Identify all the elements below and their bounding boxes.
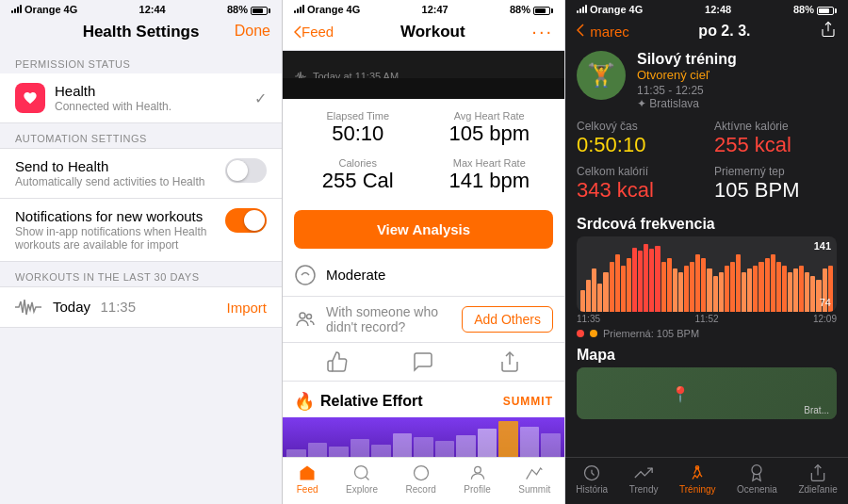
workout-icon: 🏋️ xyxy=(577,51,626,100)
back-button-2[interactable]: Feed xyxy=(294,24,334,40)
map-thumbnail[interactable]: 📍 Brat... xyxy=(577,367,837,419)
status-bar-1: Orange 4G 12:44 88% xyxy=(0,0,282,17)
flame-icon: 🔥 xyxy=(294,391,315,412)
map-pin-icon: 📍 xyxy=(671,384,690,402)
priem-tep-value: 105 BPM xyxy=(714,178,837,203)
notifications-toggle[interactable] xyxy=(225,208,267,233)
summit-icon xyxy=(525,463,544,482)
people-icon xyxy=(294,308,317,331)
time-2: 12:47 xyxy=(422,4,448,15)
nav-bar-1: Health Settings Done xyxy=(0,17,282,49)
carrier-1: Orange 4G xyxy=(11,4,77,15)
avg-hr-label: Priemerná: 105 BPM xyxy=(565,326,848,343)
effort-icon xyxy=(294,264,317,286)
celkom-kal-stat: Celkom kalórií 343 kcal xyxy=(577,165,699,203)
back-button-3[interactable]: marec xyxy=(577,24,629,40)
thumbs-up-icon[interactable] xyxy=(326,350,349,373)
nav-profile[interactable]: Profile xyxy=(464,463,490,495)
effort-row: Moderate xyxy=(283,254,564,297)
run-icon xyxy=(688,463,707,482)
workouts-row: Today 11:35 Import xyxy=(0,286,282,328)
share-button-3[interactable] xyxy=(820,21,837,41)
bottom-nav-2: Feed Explore Record Profile Summit xyxy=(283,457,564,504)
nav-zdielanie[interactable]: Zdieľanie xyxy=(798,463,837,495)
nav-title-1: Health Settings xyxy=(83,23,200,41)
celkovy-cas-stat: Celkový čas 0:50:10 xyxy=(577,120,699,157)
time-3: 12:48 xyxy=(705,4,731,15)
carrier-2: Orange 4G xyxy=(294,4,360,15)
view-analysis-button[interactable]: View Analysis xyxy=(294,210,553,249)
orange-dot-icon xyxy=(590,330,597,337)
svg-point-7 xyxy=(474,466,481,473)
nav-explore[interactable]: Explore xyxy=(346,463,378,495)
workout-date: Today xyxy=(53,299,90,315)
chevron-left-dark-icon xyxy=(577,24,584,37)
import-button[interactable]: Import xyxy=(226,300,267,316)
workout-time: 11:35 xyxy=(100,299,136,315)
nav-feed[interactable]: Feed xyxy=(297,463,318,495)
share-icon-3 xyxy=(820,21,837,38)
chart-label-3: 12:09 xyxy=(813,314,837,324)
send-to-health-toggle[interactable] xyxy=(225,158,267,183)
home-icon xyxy=(298,463,317,482)
signal-icon-1 xyxy=(11,4,22,13)
status-bar-3: Orange 4G 12:48 88% xyxy=(565,0,848,17)
svg-point-4 xyxy=(355,466,367,479)
share-icon[interactable] xyxy=(498,350,521,373)
nav-treningy[interactable]: Tréningy xyxy=(679,463,716,495)
relative-effort-section: 🔥 Relative Effort SUMMIT xyxy=(283,382,564,417)
health-permission-row: Health Connected with Health. ✓ xyxy=(0,73,282,123)
workout-goal: Otvorený cieľ xyxy=(637,68,837,82)
chart-time-labels: 11:35 11:52 12:09 xyxy=(565,312,848,326)
battery-icon-1 xyxy=(251,7,270,15)
workout-time-range: 11:35 - 12:25 xyxy=(637,84,837,97)
workout-type: Silový tréning xyxy=(637,51,837,68)
send-to-health-sub: Automatically send activities to Health xyxy=(15,175,218,188)
add-others-button[interactable]: Add Others xyxy=(462,306,553,333)
done-button[interactable]: Done xyxy=(235,23,270,40)
comment-icon[interactable] xyxy=(412,350,434,373)
nav-trendy[interactable]: Trendy xyxy=(629,463,659,495)
waveform-icon xyxy=(15,297,41,317)
chart-label-2: 11:52 xyxy=(694,314,718,324)
svg-point-2 xyxy=(307,314,312,318)
celkovy-cas-value: 0:50:10 xyxy=(577,133,699,157)
health-row-sub: Connected with Health. xyxy=(55,100,254,113)
activity-detail-panel: Orange 4G 12:48 88% marec po 2. 3. 🏋️ xyxy=(565,0,848,504)
trendy-icon xyxy=(634,463,653,482)
nav-historia[interactable]: História xyxy=(576,463,608,495)
nav-record[interactable]: Record xyxy=(406,463,436,495)
stats-grid: Elapsed Time 50:10 Avg Heart Rate 105 bp… xyxy=(283,99,564,204)
hr-bars xyxy=(577,236,837,312)
chart-label-1: 11:35 xyxy=(577,314,600,324)
battery-3: 88% xyxy=(793,4,837,15)
notif-title: Notifications for new workouts xyxy=(15,208,218,224)
chart-bars xyxy=(283,417,564,457)
award-icon xyxy=(747,463,766,482)
celkom-kal-value: 343 kcal xyxy=(577,178,699,203)
profile-icon xyxy=(468,463,487,482)
permission-section-header: PERMISSION STATUS xyxy=(0,49,282,73)
health-settings-panel: Orange 4G 12:44 88% Health Settings Done… xyxy=(0,0,283,504)
max-hr-stat: Max Heart Rate 141 bpm xyxy=(426,154,554,197)
nav-summit[interactable]: Summit xyxy=(518,463,550,495)
heart-icon xyxy=(23,90,38,106)
nav-bar-2: Feed Workout ··· xyxy=(283,17,564,51)
carrier-3: Orange 4G xyxy=(577,4,643,15)
notifications-row: Notifications for new workouts Show in-a… xyxy=(0,199,282,262)
more-options-button[interactable]: ··· xyxy=(531,21,553,42)
workout-feed-panel: Orange 4G 12:47 88% Feed Workout ··· Tod… xyxy=(283,0,565,504)
priem-tep-stat: Priemerný tep 105 BPM xyxy=(714,165,837,203)
record-icon xyxy=(412,463,431,482)
nav-ocenenia[interactable]: Ocenenia xyxy=(737,463,777,495)
battery-1: 88% xyxy=(227,4,270,15)
action-icons-row xyxy=(283,343,564,382)
mapa-title: Mapa xyxy=(565,343,848,364)
elapsed-time-stat: Elapsed Time 50:10 xyxy=(294,106,422,150)
svg-point-1 xyxy=(300,313,305,318)
health-row-title: Health xyxy=(55,83,254,99)
battery-2: 88% xyxy=(510,4,553,15)
map-label: Brat... xyxy=(804,405,829,415)
explore-icon xyxy=(352,463,371,482)
with-someone-label: With someone who didn't record? xyxy=(326,304,452,334)
